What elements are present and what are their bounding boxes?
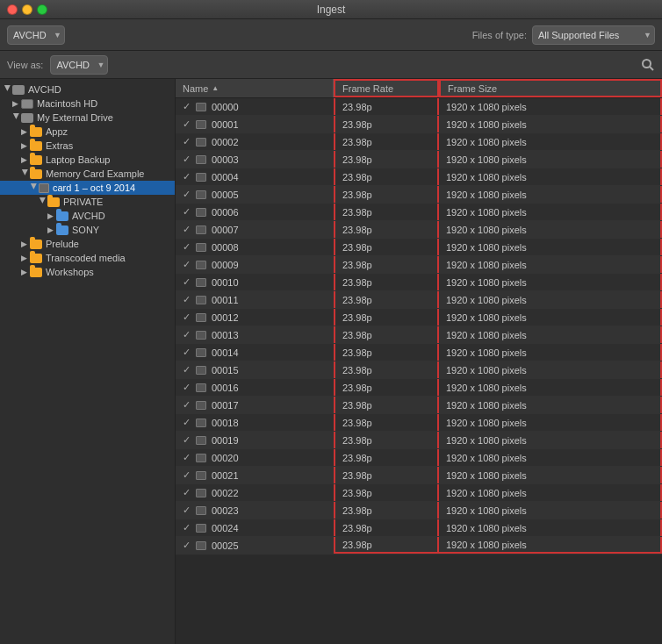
window-controls[interactable] [7,4,47,15]
file-thumb-icon [196,278,206,287]
cell-name: ✓00017 [176,397,334,413]
table-row[interactable]: ✓0000523.98p1920 x 1080 pixels [176,186,662,204]
sidebar-item-card1[interactable]: ▶card 1 – oct 9 2014 [0,181,175,195]
sidebar-item-label: Appz [46,126,68,137]
table-row[interactable]: ✓0001023.98p1920 x 1080 pixels [176,274,662,291]
window-title: Ingest [317,4,346,16]
col-header-framesize[interactable]: Frame Size [439,79,662,97]
col-header-framerate[interactable]: Frame Rate [334,79,439,97]
view-as-dropdown[interactable]: AVCHD [50,55,108,75]
table-row[interactable]: ✓0000623.98p1920 x 1080 pixels [176,204,662,221]
cell-name: ✓00009 [176,256,334,273]
close-button[interactable] [7,4,18,15]
table-row[interactable]: ✓0001123.98p1920 x 1080 pixels [176,291,662,309]
file-name: 00000 [212,102,239,112]
folder-icon [30,268,42,277]
cell-framesize: 1920 x 1080 pixels [439,519,662,536]
sidebar-item-label: PRIVATE [63,197,103,207]
file-list-scroll[interactable]: ✓0000023.98p1920 x 1080 pixels✓0000123.9… [176,98,662,644]
sidebar-item-label: AVCHD [72,211,105,221]
file-name: 00023 [212,505,239,516]
file-name: 00013 [212,330,239,340]
sidebar: ▶AVCHD▶Macintosh HD▶My External Drive▶Ap… [0,79,176,644]
table-row[interactable]: ✓0000123.98p1920 x 1080 pixels [176,116,662,133]
file-name: 00004 [212,172,239,182]
check-icon: ✓ [183,364,191,376]
table-row[interactable]: ✓0000423.98p1920 x 1080 pixels [176,168,662,186]
sidebar-item-label: Memory Card Example [46,168,144,179]
table-row[interactable]: ✓0001523.98p1920 x 1080 pixels [176,361,662,379]
file-thumb-icon [196,225,206,234]
table-row[interactable]: ✓0001723.98p1920 x 1080 pixels [176,397,662,414]
table-row[interactable]: ✓0002223.98p1920 x 1080 pixels [176,484,662,502]
check-icon: ✓ [183,118,191,130]
table-row[interactable]: ✓0001323.98p1920 x 1080 pixels [176,326,662,344]
cell-framerate: 23.98p [334,502,439,519]
sidebar-item-macintosh-hd[interactable]: ▶Macintosh HD [0,97,175,111]
file-name: 00012 [212,312,239,323]
table-row[interactable]: ✓0001423.98p1920 x 1080 pixels [176,344,662,361]
file-name: 00001 [212,119,239,130]
table-row[interactable]: ✓0000223.98p1920 x 1080 pixels [176,133,662,151]
table-row[interactable]: ✓0001823.98p1920 x 1080 pixels [176,414,662,432]
cell-framesize: 1920 x 1080 pixels [439,449,662,466]
cell-framerate: 23.98p [334,204,439,220]
table-row[interactable]: ✓0000723.98p1920 x 1080 pixels [176,221,662,239]
sidebar-item-private[interactable]: ▶PRIVATE [0,195,175,209]
table-row[interactable]: ✓0001923.98p1920 x 1080 pixels [176,432,662,449]
maximize-button[interactable] [37,4,47,15]
sidebar-item-label: Transcoded media [46,253,126,263]
table-row[interactable]: ✓0002323.98p1920 x 1080 pixels [176,502,662,519]
avchd-dropdown[interactable]: AVCHD [7,25,65,45]
table-row[interactable]: ✓0002123.98p1920 x 1080 pixels [176,467,662,484]
col-header-name[interactable]: Name ▲ [176,79,334,97]
cell-name: ✓00005 [176,186,334,203]
sidebar-item-memory-card-example[interactable]: ▶Memory Card Example [0,167,175,181]
table-row[interactable]: ✓0002023.98p1920 x 1080 pixels [176,449,662,467]
cell-name: ✓00006 [176,204,334,220]
minimize-button[interactable] [22,4,32,15]
sidebar-item-transcoded-media[interactable]: ▶Transcoded media [0,251,175,265]
file-list-area: Name ▲ Frame Rate Frame Size ✓0000023.98… [176,79,662,644]
sidebar-item-appz[interactable]: ▶Appz [0,125,175,139]
sidebar-item-label: Macintosh HD [37,98,97,109]
cell-name: ✓00012 [176,309,334,326]
table-row[interactable]: ✓0000923.98p1920 x 1080 pixels [176,256,662,274]
check-icon: ✓ [183,399,191,411]
view-as-dropdown-wrapper[interactable]: AVCHD ▼ [50,55,108,75]
sidebar-item-sony[interactable]: ▶SONY [0,223,175,237]
table-row[interactable]: ✓0002523.98p1920 x 1080 pixels [176,537,662,555]
cell-framerate: 23.98p [334,361,439,378]
cell-name: ✓00023 [176,502,334,519]
table-row[interactable]: ✓0000323.98p1920 x 1080 pixels [176,151,662,168]
table-row[interactable]: ✓0000023.98p1920 x 1080 pixels [176,98,662,116]
sidebar-item-extras[interactable]: ▶Extras [0,139,175,153]
sidebar-item-laptop-backup[interactable]: ▶Laptop Backup [0,153,175,167]
file-thumb-icon [196,506,206,515]
table-row[interactable]: ✓0001223.98p1920 x 1080 pixels [176,309,662,326]
file-name: 00022 [212,488,239,498]
folder-blue-icon [56,225,68,235]
sidebar-item-workshops[interactable]: ▶Workshops [0,265,175,279]
table-row[interactable]: ✓0000823.98p1920 x 1080 pixels [176,239,662,256]
sidebar-item-my-external-drive[interactable]: ▶My External Drive [0,111,175,125]
cell-framesize: 1920 x 1080 pixels [439,274,662,290]
cell-name: ✓00014 [176,344,334,361]
cell-name: ✓00003 [176,151,334,168]
files-dropdown-wrapper[interactable]: All Supported Files ▼ [532,25,655,45]
sidebar-item-avchd-sub[interactable]: ▶AVCHD [0,209,175,223]
file-name: 00015 [212,365,239,376]
table-row[interactable]: ✓0001623.98p1920 x 1080 pixels [176,379,662,397]
cell-framesize: 1920 x 1080 pixels [439,414,662,431]
cell-framesize: 1920 x 1080 pixels [439,221,662,238]
files-type-dropdown[interactable]: All Supported Files [532,25,655,45]
search-button[interactable] [641,58,655,72]
sidebar-item-avchd-root[interactable]: ▶AVCHD [0,82,175,97]
file-name: 00020 [212,453,239,463]
file-thumb-icon [196,190,206,199]
sidebar-item-prelude[interactable]: ▶Prelude [0,237,175,251]
avchd-dropdown-wrapper[interactable]: AVCHD ▼ [7,25,65,45]
table-row[interactable]: ✓0002423.98p1920 x 1080 pixels [176,519,662,537]
main-layout: ▶AVCHD▶Macintosh HD▶My External Drive▶Ap… [0,79,662,644]
cell-name: ✓00001 [176,116,334,132]
